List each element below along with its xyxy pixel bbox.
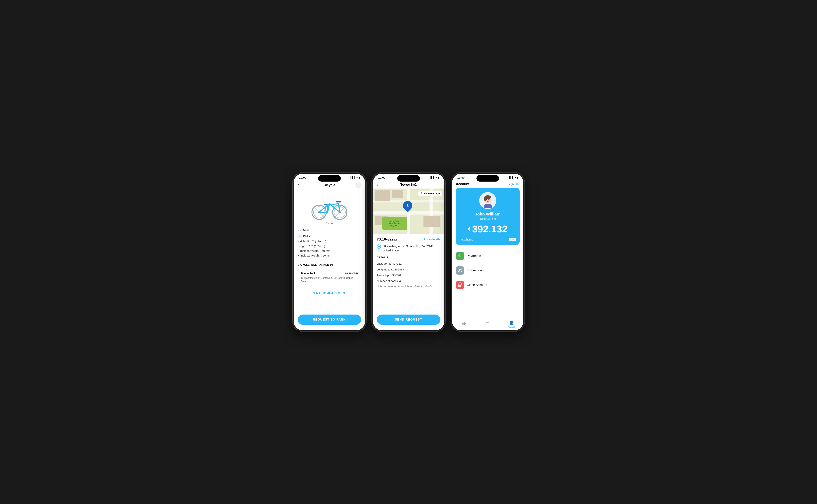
edit-account-menu-item[interactable]: Edit Account bbox=[452, 263, 523, 278]
tower-card: Tower №1 €0.10-€2/H 12 Washington st, So… bbox=[297, 269, 361, 300]
tab-compartment[interactable]: ▭ bbox=[476, 321, 500, 328]
price-details-link[interactable]: Price details bbox=[424, 238, 440, 241]
account-page-title: Account bbox=[456, 182, 470, 186]
height-text: Height: 5' 10" (179 cm) bbox=[297, 240, 326, 243]
price-row: €0.10-€2/hour Price details bbox=[377, 237, 441, 241]
bike-type-label: Race bbox=[297, 222, 361, 225]
tower-content: €0.10-€2/hour Price details 30 Washingto… bbox=[373, 234, 444, 313]
account-header: Account Sign Out bbox=[452, 181, 523, 188]
send-request-button[interactable]: SEND REQUEST bbox=[377, 315, 441, 325]
address-row: 30 Washington st, Somerville, MA 02143, … bbox=[377, 244, 441, 253]
handlebar-height-row: Handlebar Height: 750 mm bbox=[297, 254, 361, 257]
height-row: Height: 5' 10" (179 cm) bbox=[297, 240, 361, 243]
map-pin: $ bbox=[403, 201, 413, 212]
tab-bar: 🚲 ▭ 👤 Account bbox=[452, 319, 523, 330]
signal-icon-2: ▌▌▌ bbox=[430, 176, 435, 179]
user-name: John William bbox=[460, 212, 516, 217]
length-text: Length: 5' 9" (175 cm) bbox=[297, 244, 325, 248]
phone-bicycle: 10:00 ▌▌▌ ▾ ▮ ‹ Bicycle ··· bbox=[293, 173, 366, 331]
signal-icon-3: ▌▌▌ bbox=[509, 176, 514, 179]
phone-account: 10:00 ▌▌▌ ▾ ▮ Account Sign Out bbox=[451, 173, 525, 331]
account-tab-icon: 👤 bbox=[509, 321, 514, 325]
pin-body: $ bbox=[401, 199, 414, 212]
building-4 bbox=[424, 216, 441, 227]
status-bar-3: 10:00 ▌▌▌ ▾ ▮ bbox=[452, 174, 523, 181]
close-account-icon bbox=[456, 281, 464, 289]
building-1 bbox=[375, 190, 390, 201]
request-to-park-button[interactable]: REQUEST TO PARK bbox=[297, 315, 361, 325]
tower-details-title: DETAILS bbox=[377, 256, 441, 259]
currency-symbol: € bbox=[468, 226, 471, 232]
nav-bar-2: ‹ Tower №1 bbox=[373, 181, 444, 189]
status-bar-2: 10:00 ▌▌▌ ▾ ▮ bbox=[373, 174, 444, 181]
bicycle-svg bbox=[309, 193, 350, 220]
bicycle-image bbox=[297, 190, 361, 222]
dynamic-island-1 bbox=[318, 175, 341, 182]
tower-type-line: Tower type: SSC20 bbox=[377, 273, 441, 277]
sign-out-button[interactable]: Sign Out bbox=[508, 183, 520, 186]
dynamic-island-2 bbox=[397, 175, 420, 182]
note-line: Note: on parking level 1 behind the turn… bbox=[377, 285, 441, 288]
divider-tower bbox=[301, 286, 358, 286]
tab-bicycle[interactable]: 🚲 bbox=[452, 321, 476, 328]
autocharge-row: Autocharge ON bbox=[460, 238, 516, 241]
autocharge-toggle[interactable]: ON bbox=[509, 238, 516, 241]
wifi-icon-2: ▾ bbox=[436, 176, 437, 179]
note-label: Note: bbox=[377, 285, 384, 288]
time-3: 10:00 bbox=[458, 176, 465, 179]
city-name: Somerville City C bbox=[424, 192, 441, 195]
back-button-2[interactable]: ‹ bbox=[377, 182, 378, 187]
edit-icon-svg bbox=[458, 268, 463, 273]
dynamic-island-3 bbox=[477, 175, 499, 182]
autocharge-label: Autocharge bbox=[460, 238, 473, 241]
back-button-1[interactable]: ‹ bbox=[297, 183, 299, 188]
handlebar-width-row: Handlebar Width: 750 mm bbox=[297, 249, 361, 252]
battery-icon: ▮ bbox=[358, 176, 360, 179]
tab-account[interactable]: 👤 Account bbox=[500, 321, 523, 328]
tower-card-price: €0.10-€2/H bbox=[345, 272, 358, 275]
account-card: John William @john.william € 392.132 Aut… bbox=[456, 188, 520, 245]
details-section-title: DETAILS bbox=[297, 228, 361, 231]
close-icon-svg bbox=[458, 283, 463, 287]
tower-card-name: Tower №1 bbox=[301, 272, 315, 275]
svg-point-28 bbox=[486, 199, 487, 200]
wifi-icon-3: ▾ bbox=[515, 176, 516, 179]
battery-icon-3: ▮ bbox=[517, 176, 518, 179]
building-2 bbox=[392, 190, 403, 198]
num-doors-line: Number of doors: 4 bbox=[377, 279, 441, 283]
phone-tower: 10:00 ▌▌▌ ▾ ▮ ‹ Tower №1 Zero NewWa bbox=[372, 173, 445, 331]
close-account-label: Close Account bbox=[467, 283, 488, 287]
status-bar-1: 10:00 ▌▌▌ ▾ ▮ bbox=[294, 174, 365, 181]
ebike-row: ⚡ Ebike bbox=[297, 234, 361, 238]
avatar-svg bbox=[480, 193, 495, 208]
park-area: Zero NewWashingtonDog Park bbox=[382, 217, 407, 230]
rent-compartment-button[interactable]: RENT COMPARTMENT bbox=[301, 289, 358, 297]
location-icon bbox=[377, 244, 381, 249]
avatar bbox=[479, 192, 496, 209]
wifi-icon: ▾ bbox=[356, 176, 357, 179]
status-icons-1: ▌▌▌ ▾ ▮ bbox=[350, 176, 360, 179]
user-handle: @john.william bbox=[460, 217, 516, 220]
balance-row: € 392.132 bbox=[460, 224, 516, 234]
close-account-menu-item[interactable]: Close Account bbox=[452, 278, 523, 292]
tower-card-header: Tower №1 €0.10-€2/H bbox=[301, 272, 358, 275]
status-icons-2: ▌▌▌ ▾ ▮ bbox=[430, 176, 439, 179]
more-button[interactable]: ··· bbox=[355, 182, 361, 188]
nav-title-2: Tower №1 bbox=[400, 183, 417, 187]
nav-bar-1: ‹ Bicycle ··· bbox=[294, 181, 365, 190]
price-unit: /hour bbox=[391, 238, 397, 241]
svg-point-27 bbox=[484, 196, 486, 201]
compartment-tab-icon: ▭ bbox=[486, 321, 490, 325]
battery-icon-2: ▮ bbox=[438, 176, 439, 179]
ebike-icon: ⚡ bbox=[297, 234, 302, 238]
payments-menu-item[interactable]: 💵 Payments bbox=[452, 249, 523, 263]
svg-point-29 bbox=[488, 199, 489, 200]
latitude-line: Latitude: 42.407211 bbox=[377, 262, 441, 266]
nav-title-1: Bicycle bbox=[323, 183, 335, 187]
edit-account-label: Edit Account bbox=[467, 269, 485, 272]
parked-section-title: BICYCLE WAS PARKED IN bbox=[297, 263, 361, 266]
address-text: 30 Washington st, Somerville, MA 02143, … bbox=[383, 244, 441, 253]
phones-container: 10:00 ▌▌▌ ▾ ▮ ‹ Bicycle ··· bbox=[293, 173, 525, 331]
time-2: 10:00 bbox=[378, 176, 385, 179]
status-icons-3: ▌▌▌ ▾ ▮ bbox=[509, 176, 518, 179]
